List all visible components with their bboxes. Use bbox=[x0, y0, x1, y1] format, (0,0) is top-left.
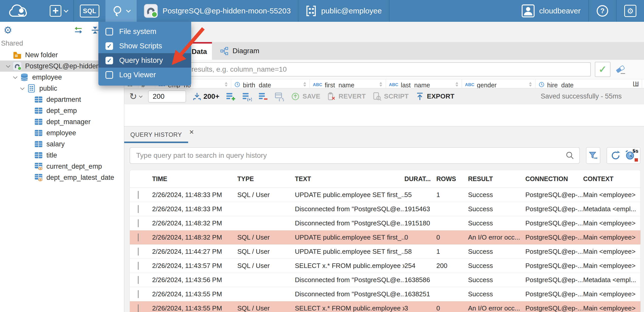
column-context[interactable]: CONTEXT bbox=[583, 175, 641, 183]
expand-row-icon[interactable] bbox=[138, 276, 138, 284]
view-menu-item-file-system[interactable]: File system bbox=[98, 24, 191, 39]
sort-icon[interactable] bbox=[455, 82, 459, 87]
filter-funnel-icon bbox=[588, 151, 598, 160]
add-row-icon[interactable] bbox=[226, 92, 236, 101]
connection-selector[interactable]: PostgreSQL@ep-hidden-moon-55203 bbox=[137, 0, 298, 22]
cell-expander bbox=[130, 262, 152, 270]
menu-item-label: Show Scripts bbox=[119, 42, 162, 50]
database-icon bbox=[20, 73, 29, 82]
settings-button[interactable]: ⚙ bbox=[617, 0, 644, 22]
sort-icon[interactable] bbox=[224, 82, 228, 87]
main-panel: Data Diagram ✓ #123emp_nobirth_dateABCfi… bbox=[124, 22, 644, 312]
chevron-down-icon[interactable] bbox=[13, 74, 17, 79]
query-history-row[interactable]: 2/26/2024, 11:43:57 PMSQL / UserSELECT x… bbox=[130, 259, 640, 273]
refresh-grid-icon[interactable] bbox=[275, 92, 284, 101]
grid-config-icon[interactable]: Ш bbox=[633, 80, 639, 88]
filter-expression-input[interactable] bbox=[127, 62, 591, 76]
tab-diagram[interactable]: Diagram bbox=[212, 42, 267, 60]
tree-item-department[interactable]: department bbox=[0, 94, 124, 105]
save-button[interactable]: SAVE bbox=[291, 92, 320, 101]
cell-duration: 55 bbox=[404, 191, 436, 199]
view-menu-item-show-scripts[interactable]: ✓Show Scripts bbox=[98, 39, 191, 53]
tree-item-label: public bbox=[39, 85, 57, 92]
auto-refresh-control[interactable]: 5s bbox=[606, 147, 640, 164]
eraser-icon[interactable] bbox=[615, 63, 627, 75]
new-object-button[interactable]: + bbox=[44, 0, 73, 22]
expand-row-icon[interactable] bbox=[138, 219, 138, 227]
view-menu-item-query-history[interactable]: ✓Query history bbox=[98, 53, 191, 68]
expand-row-icon[interactable] bbox=[138, 248, 138, 256]
cell-expander bbox=[130, 191, 152, 199]
chevron-down-icon[interactable] bbox=[20, 86, 25, 90]
column-durat[interactable]: DURAT... bbox=[404, 175, 436, 183]
expand-row-icon[interactable] bbox=[138, 205, 138, 213]
column-result[interactable]: RESULT bbox=[468, 175, 525, 183]
column-text[interactable]: TEXT bbox=[295, 175, 404, 183]
column-type[interactable]: TYPE bbox=[237, 175, 295, 183]
cell-type: SQL / User bbox=[237, 233, 295, 241]
checkbox-checked-icon[interactable]: ✓ bbox=[105, 42, 113, 50]
column-connection[interactable]: CONNECTION bbox=[525, 175, 583, 183]
tree-item-employee[interactable]: employee bbox=[0, 127, 124, 139]
view-menu-button[interactable] bbox=[105, 0, 137, 22]
expand-row-icon[interactable] bbox=[138, 233, 138, 241]
grid-column-birth-date[interactable]: birth_date bbox=[231, 79, 310, 88]
grid-column-last-name[interactable]: ABClast_name bbox=[386, 79, 462, 88]
chevron-down-icon[interactable] bbox=[6, 63, 10, 68]
expand-row-icon[interactable] bbox=[138, 290, 138, 298]
close-icon[interactable]: ✕ bbox=[189, 129, 194, 136]
query-history-row[interactable]: 2/26/2024, 11:48:32 PMSQL / UserUPDATE p… bbox=[130, 230, 640, 245]
sidebar-settings-icon[interactable]: ⚙ bbox=[4, 25, 12, 36]
fetch-more-button[interactable]: 200+ bbox=[193, 92, 219, 101]
tree-item-dept-emp[interactable]: dept_emp bbox=[0, 105, 124, 116]
query-history-row[interactable]: 2/26/2024, 11:43:55 PMDisconnected from … bbox=[130, 287, 640, 301]
tree-item-dept-manager[interactable]: dept_manager bbox=[0, 116, 124, 127]
row-limit-input[interactable] bbox=[148, 90, 186, 103]
export-button[interactable]: EXPORT bbox=[415, 92, 455, 101]
table-icon bbox=[34, 151, 43, 160]
query-history-row[interactable]: 2/26/2024, 11:43:55 PMSQL / UserSELECT x… bbox=[130, 301, 640, 312]
sort-icon[interactable] bbox=[528, 82, 533, 87]
sync-connection-icon[interactable] bbox=[74, 25, 83, 35]
bottom-tabbar: QUERY HISTORY ✕ bbox=[124, 126, 644, 143]
query-history-filter-button[interactable] bbox=[586, 147, 600, 164]
user-menu[interactable]: cloudbeaver bbox=[514, 0, 588, 22]
query-history-row[interactable]: 2/26/2024, 11:43:56 PMDisconnected from … bbox=[130, 273, 640, 287]
expand-row-icon[interactable] bbox=[138, 304, 138, 312]
query-history-search-input[interactable] bbox=[130, 147, 580, 164]
help-button[interactable]: ? bbox=[589, 0, 616, 22]
delete-row-icon[interactable] bbox=[258, 92, 268, 101]
grid-column-gender[interactable]: ABCgender bbox=[462, 79, 535, 88]
schema-selector[interactable]: public@employee bbox=[298, 0, 389, 22]
checkbox-unchecked-icon[interactable] bbox=[105, 71, 113, 79]
tree-item-label: dept_manager bbox=[46, 118, 91, 126]
grid-column-hire-date[interactable]: hire_date bbox=[535, 79, 642, 88]
column-rows[interactable]: ROWS bbox=[436, 175, 468, 183]
cell-result: Success bbox=[468, 290, 525, 298]
view-menu-item-log-viewer[interactable]: Log Viewer bbox=[98, 68, 191, 82]
expand-row-icon[interactable] bbox=[138, 191, 138, 199]
query-history-row[interactable]: 2/26/2024, 11:48:33 PMSQL / UserUPDATE p… bbox=[130, 188, 640, 202]
tab-query-history[interactable]: QUERY HISTORY ✕ bbox=[124, 126, 198, 143]
query-history-row[interactable]: 2/26/2024, 11:48:32 PMDisconnected from … bbox=[130, 216, 640, 230]
column-time[interactable]: TIME bbox=[152, 175, 237, 183]
expand-row-icon[interactable] bbox=[138, 262, 138, 270]
query-history-row[interactable]: 2/26/2024, 11:48:33 PMDisconnected from … bbox=[130, 202, 640, 216]
apply-filter-button[interactable]: ✓ bbox=[595, 62, 611, 77]
refresh-button[interactable]: ↻ bbox=[129, 91, 141, 102]
tree-item-dept-emp-latest-date[interactable]: dept_emp_latest_date bbox=[0, 172, 124, 183]
sql-editor-button[interactable]: SQL bbox=[74, 0, 105, 22]
tree-item-title[interactable]: title bbox=[0, 150, 124, 161]
chevron-slot bbox=[17, 87, 27, 90]
tree-item-current-dept-emp[interactable]: current_dept_emp bbox=[0, 161, 124, 172]
checkbox-checked-icon[interactable]: ✓ bbox=[105, 57, 113, 64]
grid-column-first-name[interactable]: ABCfirst_name bbox=[310, 79, 386, 88]
query-history-row[interactable]: 2/26/2024, 11:44:27 PMSQL / UserUPDATE p… bbox=[130, 245, 640, 259]
script-button[interactable]: SCRIPT bbox=[372, 92, 409, 101]
duplicate-row-icon[interactable]: (+) bbox=[242, 92, 252, 101]
sort-icon[interactable] bbox=[302, 82, 307, 87]
revert-button[interactable]: REVERT bbox=[327, 92, 366, 101]
checkbox-unchecked-icon[interactable] bbox=[105, 28, 113, 35]
tree-item-salary[interactable]: salary bbox=[0, 139, 124, 150]
sort-icon[interactable] bbox=[379, 82, 383, 87]
